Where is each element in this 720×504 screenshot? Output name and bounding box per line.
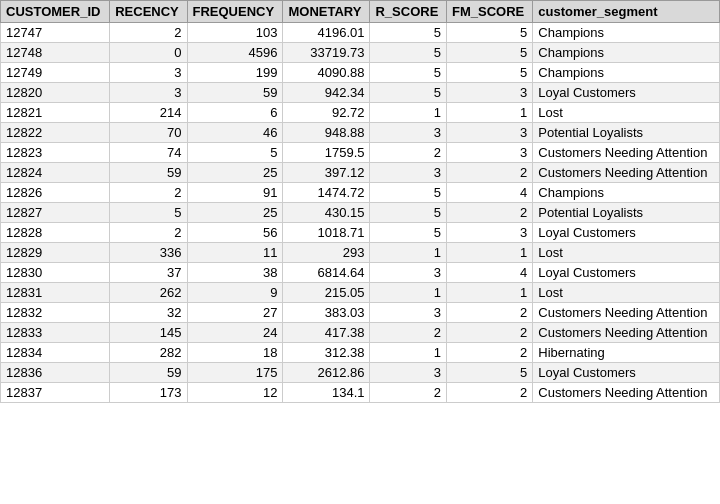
table-row: 12820359942.3453Loyal Customers	[1, 83, 720, 103]
cell-recency: 3	[110, 63, 187, 83]
cell-customer-segment: Potential Loyalists	[533, 203, 720, 223]
cell-r-score: 3	[370, 263, 447, 283]
cell-customer-segment: Loyal Customers	[533, 223, 720, 243]
cell-fm-score: 1	[447, 283, 533, 303]
cell-frequency: 38	[187, 263, 283, 283]
cell-customer-segment: Customers Needing Attention	[533, 383, 720, 403]
cell-frequency: 11	[187, 243, 283, 263]
table-row: 12821214692.7211Lost	[1, 103, 720, 123]
cell-monetary: 948.88	[283, 123, 370, 143]
cell-recency: 262	[110, 283, 187, 303]
cell-fm-score: 5	[447, 63, 533, 83]
cell-recency: 2	[110, 183, 187, 203]
cell-customer-id: 12833	[1, 323, 110, 343]
cell-monetary: 417.38	[283, 323, 370, 343]
cell-recency: 173	[110, 383, 187, 403]
cell-recency: 282	[110, 343, 187, 363]
cell-fm-score: 5	[447, 363, 533, 383]
cell-customer-segment: Lost	[533, 243, 720, 263]
cell-recency: 59	[110, 163, 187, 183]
cell-customer-segment: Potential Loyalists	[533, 123, 720, 143]
cell-customer-id: 12829	[1, 243, 110, 263]
column-header-monetary: MONETARY	[283, 1, 370, 23]
cell-fm-score: 2	[447, 303, 533, 323]
cell-customer-segment: Customers Needing Attention	[533, 303, 720, 323]
cell-customer-segment: Loyal Customers	[533, 363, 720, 383]
table-row: 128262911474.7254Champions	[1, 183, 720, 203]
table-row: 1283428218312.3812Hibernating	[1, 343, 720, 363]
cell-r-score: 3	[370, 163, 447, 183]
cell-recency: 0	[110, 43, 187, 63]
header-row: CUSTOMER_IDRECENCYFREQUENCYMONETARYR_SCO…	[1, 1, 720, 23]
cell-r-score: 3	[370, 363, 447, 383]
cell-customer-segment: Customers Needing Attention	[533, 143, 720, 163]
column-header-customer-id: CUSTOMER_ID	[1, 1, 110, 23]
cell-monetary: 1759.5	[283, 143, 370, 163]
cell-frequency: 5	[187, 143, 283, 163]
cell-customer-segment: Loyal Customers	[533, 83, 720, 103]
cell-fm-score: 2	[447, 343, 533, 363]
cell-r-score: 2	[370, 323, 447, 343]
cell-recency: 2	[110, 23, 187, 43]
cell-frequency: 6	[187, 103, 283, 123]
cell-customer-id: 12748	[1, 43, 110, 63]
cell-customer-id: 12822	[1, 123, 110, 143]
cell-customer-segment: Champions	[533, 183, 720, 203]
cell-recency: 214	[110, 103, 187, 123]
table-row: 1283314524417.3822Customers Needing Atte…	[1, 323, 720, 343]
table-row: 128282561018.7153Loyal Customers	[1, 223, 720, 243]
cell-monetary: 1018.71	[283, 223, 370, 243]
cell-customer-id: 12824	[1, 163, 110, 183]
cell-fm-score: 4	[447, 183, 533, 203]
table-row: 128323227383.0332Customers Needing Atten…	[1, 303, 720, 323]
cell-frequency: 12	[187, 383, 283, 403]
cell-frequency: 18	[187, 343, 283, 363]
cell-customer-id: 12820	[1, 83, 110, 103]
cell-customer-segment: Hibernating	[533, 343, 720, 363]
cell-monetary: 33719.73	[283, 43, 370, 63]
cell-fm-score: 2	[447, 203, 533, 223]
cell-customer-id: 12831	[1, 283, 110, 303]
cell-customer-id: 12837	[1, 383, 110, 403]
cell-r-score: 5	[370, 83, 447, 103]
cell-r-score: 2	[370, 383, 447, 403]
cell-fm-score: 5	[447, 43, 533, 63]
column-header-r-score: R_SCORE	[370, 1, 447, 23]
cell-monetary: 1474.72	[283, 183, 370, 203]
cell-customer-id: 12830	[1, 263, 110, 283]
cell-r-score: 1	[370, 343, 447, 363]
table-row: 127480459633719.7355Champions	[1, 43, 720, 63]
cell-monetary: 4196.01	[283, 23, 370, 43]
cell-monetary: 2612.86	[283, 363, 370, 383]
cell-fm-score: 3	[447, 123, 533, 143]
cell-monetary: 312.38	[283, 343, 370, 363]
cell-frequency: 24	[187, 323, 283, 343]
cell-monetary: 942.34	[283, 83, 370, 103]
cell-customer-id: 12821	[1, 103, 110, 123]
cell-customer-segment: Loyal Customers	[533, 263, 720, 283]
cell-r-score: 5	[370, 203, 447, 223]
cell-frequency: 4596	[187, 43, 283, 63]
cell-fm-score: 4	[447, 263, 533, 283]
cell-r-score: 1	[370, 283, 447, 303]
table-row: 128245925397.1232Customers Needing Atten…	[1, 163, 720, 183]
cell-frequency: 175	[187, 363, 283, 383]
cell-recency: 37	[110, 263, 187, 283]
cell-customer-segment: Champions	[533, 43, 720, 63]
cell-monetary: 397.12	[283, 163, 370, 183]
cell-monetary: 383.03	[283, 303, 370, 323]
cell-customer-id: 12836	[1, 363, 110, 383]
column-header-recency: RECENCY	[110, 1, 187, 23]
table-row: 1283037386814.6434Loyal Customers	[1, 263, 720, 283]
cell-frequency: 27	[187, 303, 283, 323]
cell-monetary: 6814.64	[283, 263, 370, 283]
cell-recency: 2	[110, 223, 187, 243]
cell-fm-score: 3	[447, 223, 533, 243]
cell-customer-id: 12834	[1, 343, 110, 363]
cell-r-score: 5	[370, 43, 447, 63]
cell-r-score: 5	[370, 183, 447, 203]
cell-recency: 74	[110, 143, 187, 163]
cell-customer-segment: Champions	[533, 63, 720, 83]
cell-r-score: 3	[370, 123, 447, 143]
cell-fm-score: 2	[447, 383, 533, 403]
